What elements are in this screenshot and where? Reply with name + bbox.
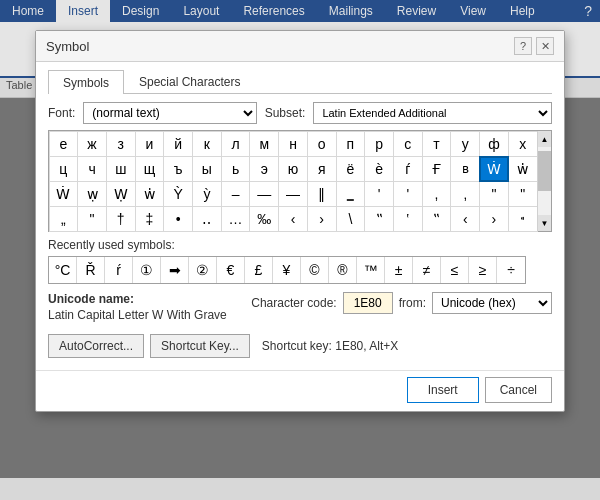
- symbol-cell[interactable]: \: [336, 206, 366, 232]
- symbol-cell[interactable]: э: [249, 156, 279, 182]
- symbol-cell[interactable]: ': [393, 181, 423, 207]
- symbol-cell[interactable]: ›: [479, 206, 509, 232]
- dialog-close-button[interactable]: ✕: [536, 37, 554, 55]
- symbol-cell[interactable]: ‹: [278, 206, 308, 232]
- symbol-cell[interactable]: —: [249, 181, 279, 207]
- symbol-cell[interactable]: †: [106, 206, 136, 232]
- symbol-cell[interactable]: щ: [135, 156, 165, 182]
- symbol-cell[interactable]: ѐ: [364, 156, 394, 182]
- symbol-cell[interactable]: ф: [479, 131, 509, 157]
- scrollbar[interactable]: ▲ ▼: [537, 131, 551, 231]
- symbol-cell[interactable]: „: [49, 206, 79, 232]
- autocorrect-button[interactable]: AutoCorrect...: [48, 334, 144, 358]
- symbol-cell[interactable]: т: [422, 131, 452, 157]
- symbol-cell[interactable]: ‹: [450, 206, 480, 232]
- symbol-cell[interactable]: ъ: [163, 156, 193, 182]
- symbol-cell[interactable]: ": [77, 206, 107, 232]
- symbol-cell[interactable]: ‖: [307, 181, 337, 207]
- symbol-cell[interactable]: ‰: [249, 206, 279, 232]
- symbol-cell[interactable]: н: [278, 131, 308, 157]
- recent-symbol[interactable]: ŕ: [105, 257, 133, 283]
- symbol-cell[interactable]: ь: [221, 156, 251, 182]
- scrollbar-down-button[interactable]: ▼: [538, 215, 551, 231]
- font-select[interactable]: (normal text): [83, 102, 256, 124]
- recent-symbol[interactable]: ®: [329, 257, 357, 283]
- symbol-cell[interactable]: ': [364, 181, 394, 207]
- symbol-cell-selected[interactable]: Ẇ: [479, 156, 509, 182]
- recent-symbol[interactable]: ™: [357, 257, 385, 283]
- symbol-cell[interactable]: ё: [336, 156, 366, 182]
- cancel-button[interactable]: Cancel: [485, 377, 552, 403]
- symbol-cell[interactable]: ч: [77, 156, 107, 182]
- symbol-cell[interactable]: ‚: [450, 181, 480, 207]
- symbol-cell[interactable]: …: [221, 206, 251, 232]
- symbol-cell[interactable]: е: [49, 131, 79, 157]
- symbol-cell[interactable]: п: [336, 131, 366, 157]
- symbol-cell[interactable]: я: [307, 156, 337, 182]
- shortcut-key-button[interactable]: Shortcut Key...: [150, 334, 250, 358]
- scrollbar-thumb[interactable]: [538, 151, 551, 191]
- symbol-cell[interactable]: ‗: [336, 181, 366, 207]
- recent-symbol[interactable]: ©: [301, 257, 329, 283]
- symbol-cell[interactable]: х: [508, 131, 538, 157]
- symbol-cell[interactable]: ʙ: [450, 156, 480, 182]
- symbol-cell[interactable]: ‡: [135, 206, 165, 232]
- symbol-cell[interactable]: з: [106, 131, 136, 157]
- symbol-cell[interactable]: ‛: [393, 206, 423, 232]
- char-code-input[interactable]: [343, 292, 393, 314]
- symbol-cell[interactable]: м: [249, 131, 279, 157]
- symbol-cell[interactable]: у: [450, 131, 480, 157]
- symbol-cell[interactable]: ẉ: [77, 181, 107, 207]
- scrollbar-up-button[interactable]: ▲: [538, 131, 551, 147]
- symbol-cell[interactable]: л: [221, 131, 251, 157]
- symbol-cell[interactable]: ‥: [192, 206, 222, 232]
- symbol-cell[interactable]: Ẉ: [106, 181, 136, 207]
- recent-symbol[interactable]: ±: [385, 257, 413, 283]
- recent-symbol[interactable]: ≠: [413, 257, 441, 283]
- symbol-cell[interactable]: ỳ: [192, 181, 222, 207]
- symbol-cell[interactable]: ―: [278, 181, 308, 207]
- symbol-cell[interactable]: и: [135, 131, 165, 157]
- symbol-cell[interactable]: •: [163, 206, 193, 232]
- recent-symbol[interactable]: €: [217, 257, 245, 283]
- symbol-cell[interactable]: –: [221, 181, 251, 207]
- recent-symbol[interactable]: ÷: [497, 257, 525, 283]
- subset-select[interactable]: Latin Extended Additional: [313, 102, 552, 124]
- tab-symbols[interactable]: Symbols: [48, 70, 124, 94]
- symbol-cell[interactable]: ѓ: [393, 156, 423, 182]
- symbol-cell[interactable]: о: [307, 131, 337, 157]
- symbol-cell[interactable]: ы: [192, 156, 222, 182]
- insert-button[interactable]: Insert: [407, 377, 479, 403]
- symbol-cell[interactable]: ,: [422, 181, 452, 207]
- recent-symbol[interactable]: ②: [189, 257, 217, 283]
- recent-symbol[interactable]: Ř: [77, 257, 105, 283]
- symbol-cell[interactable]: р: [364, 131, 394, 157]
- symbol-cell[interactable]: ж: [77, 131, 107, 157]
- symbol-cell[interactable]: ю: [278, 156, 308, 182]
- recent-symbol[interactable]: °C: [49, 257, 77, 283]
- recent-symbol[interactable]: £: [245, 257, 273, 283]
- recent-symbol[interactable]: ≤: [441, 257, 469, 283]
- symbol-cell[interactable]: ‟: [422, 206, 452, 232]
- symbol-cell[interactable]: Ғ: [422, 156, 452, 182]
- recent-symbol[interactable]: ¥: [273, 257, 301, 283]
- tab-special-characters[interactable]: Special Characters: [124, 70, 255, 93]
- symbol-cell[interactable]: ›: [307, 206, 337, 232]
- symbol-cell[interactable]: ẇ: [135, 181, 165, 207]
- symbol-cell[interactable]: й: [163, 131, 193, 157]
- symbol-cell[interactable]: ‟: [364, 206, 394, 232]
- symbol-cell[interactable]: ш: [106, 156, 136, 182]
- recent-symbol[interactable]: ①: [133, 257, 161, 283]
- symbol-cell[interactable]: ц: [49, 156, 79, 182]
- symbol-cell[interactable]: к: [192, 131, 222, 157]
- recent-symbol[interactable]: ➡: [161, 257, 189, 283]
- symbol-cell[interactable]: Ẇ: [49, 181, 79, 207]
- dialog-help-button[interactable]: ?: [514, 37, 532, 55]
- from-select[interactable]: Unicode (hex) Unicode (dec) ASCII (decim…: [432, 292, 552, 314]
- symbol-cell[interactable]: ": [508, 181, 538, 207]
- symbol-cell[interactable]: с: [393, 131, 423, 157]
- symbol-cell[interactable]: Ỳ: [163, 181, 193, 207]
- symbol-cell[interactable]: ⁌: [508, 206, 538, 232]
- recent-symbol[interactable]: ≥: [469, 257, 497, 283]
- symbol-cell[interactable]: ": [479, 181, 509, 207]
